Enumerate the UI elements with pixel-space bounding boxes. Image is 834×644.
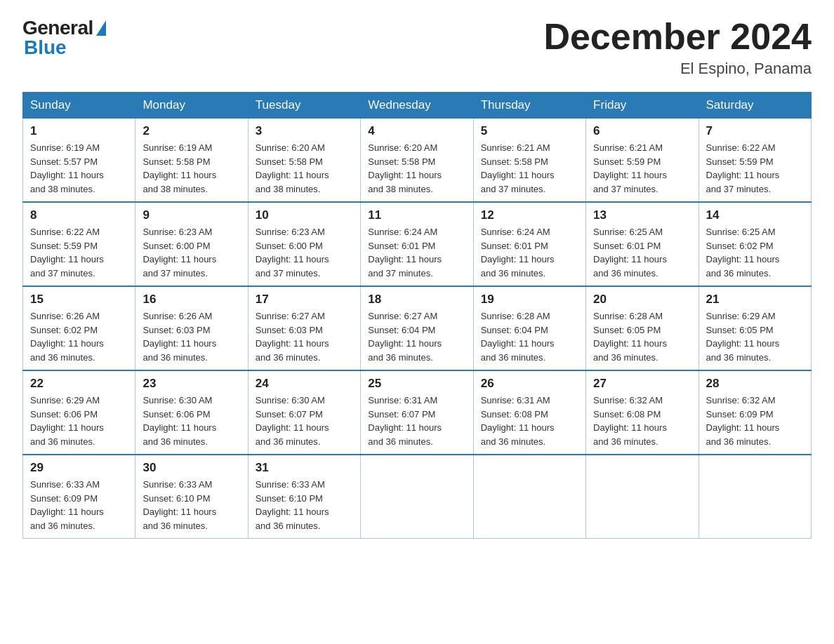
- day-info: Sunrise: 6:22 AMSunset: 5:59 PMDaylight:…: [30, 225, 128, 280]
- calendar-cell: 9Sunrise: 6:23 AMSunset: 6:00 PMDaylight…: [135, 202, 248, 286]
- calendar-cell: 31Sunrise: 6:33 AMSunset: 6:10 PMDayligh…: [248, 455, 360, 539]
- calendar-cell: 25Sunrise: 6:31 AMSunset: 6:07 PMDayligh…: [361, 370, 473, 455]
- day-number: 5: [481, 124, 578, 138]
- calendar-cell: 28Sunrise: 6:32 AMSunset: 6:09 PMDayligh…: [699, 370, 811, 455]
- day-info: Sunrise: 6:21 AMSunset: 5:58 PMDaylight:…: [481, 141, 578, 196]
- day-info: Sunrise: 6:26 AMSunset: 6:02 PMDaylight:…: [30, 309, 128, 364]
- day-info: Sunrise: 6:29 AMSunset: 6:05 PMDaylight:…: [706, 309, 804, 364]
- calendar-cell: [473, 455, 585, 539]
- calendar-cell: 23Sunrise: 6:30 AMSunset: 6:06 PMDayligh…: [135, 370, 248, 455]
- day-number: 16: [143, 293, 240, 307]
- day-number: 3: [256, 124, 353, 138]
- day-info: Sunrise: 6:20 AMSunset: 5:58 PMDaylight:…: [368, 141, 465, 196]
- day-info: Sunrise: 6:33 AMSunset: 6:10 PMDaylight:…: [256, 478, 353, 532]
- day-number: 27: [593, 377, 691, 391]
- calendar-cell: 13Sunrise: 6:25 AMSunset: 6:01 PMDayligh…: [586, 202, 699, 286]
- header-tuesday: Tuesday: [248, 93, 360, 119]
- calendar-week-3: 15Sunrise: 6:26 AMSunset: 6:02 PMDayligh…: [23, 286, 812, 370]
- calendar-cell: 30Sunrise: 6:33 AMSunset: 6:10 PMDayligh…: [135, 455, 248, 539]
- day-number: 6: [593, 124, 691, 138]
- day-number: 8: [30, 208, 128, 222]
- day-info: Sunrise: 6:23 AMSunset: 6:00 PMDaylight:…: [256, 225, 353, 280]
- day-number: 13: [593, 208, 691, 222]
- title-section: December 2024 El Espino, Panama: [543, 17, 812, 78]
- day-number: 28: [706, 377, 804, 391]
- day-info: Sunrise: 6:28 AMSunset: 6:05 PMDaylight:…: [593, 309, 691, 364]
- day-info: Sunrise: 6:25 AMSunset: 6:01 PMDaylight:…: [593, 225, 691, 280]
- day-info: Sunrise: 6:26 AMSunset: 6:03 PMDaylight:…: [143, 309, 240, 364]
- calendar-header-row: Sunday Monday Tuesday Wednesday Thursday…: [23, 93, 812, 119]
- day-number: 20: [593, 293, 691, 307]
- day-info: Sunrise: 6:19 AMSunset: 5:58 PMDaylight:…: [143, 141, 240, 196]
- day-number: 22: [30, 377, 128, 391]
- day-number: 10: [256, 208, 353, 222]
- day-info: Sunrise: 6:19 AMSunset: 5:57 PMDaylight:…: [30, 141, 128, 196]
- calendar-cell: 10Sunrise: 6:23 AMSunset: 6:00 PMDayligh…: [248, 202, 360, 286]
- day-number: 25: [368, 377, 465, 391]
- day-info: Sunrise: 6:27 AMSunset: 6:03 PMDaylight:…: [256, 309, 353, 364]
- header-saturday: Saturday: [699, 93, 811, 119]
- day-info: Sunrise: 6:24 AMSunset: 6:01 PMDaylight:…: [481, 225, 578, 280]
- day-info: Sunrise: 6:30 AMSunset: 6:06 PMDaylight:…: [143, 394, 240, 448]
- calendar-cell: 18Sunrise: 6:27 AMSunset: 6:04 PMDayligh…: [361, 286, 473, 370]
- calendar-cell: 20Sunrise: 6:28 AMSunset: 6:05 PMDayligh…: [586, 286, 699, 370]
- day-info: Sunrise: 6:33 AMSunset: 6:10 PMDaylight:…: [143, 478, 240, 532]
- day-info: Sunrise: 6:23 AMSunset: 6:00 PMDaylight:…: [143, 225, 240, 280]
- day-number: 7: [706, 124, 804, 138]
- day-number: 15: [30, 293, 128, 307]
- day-info: Sunrise: 6:29 AMSunset: 6:06 PMDaylight:…: [30, 394, 128, 448]
- calendar-cell: 16Sunrise: 6:26 AMSunset: 6:03 PMDayligh…: [135, 286, 248, 370]
- header-wednesday: Wednesday: [361, 93, 473, 119]
- calendar-cell: 11Sunrise: 6:24 AMSunset: 6:01 PMDayligh…: [361, 202, 473, 286]
- calendar-week-1: 1Sunrise: 6:19 AMSunset: 5:57 PMDaylight…: [23, 119, 812, 203]
- header-thursday: Thursday: [473, 93, 585, 119]
- day-info: Sunrise: 6:30 AMSunset: 6:07 PMDaylight:…: [256, 394, 353, 448]
- header-sunday: Sunday: [23, 93, 135, 119]
- day-info: Sunrise: 6:31 AMSunset: 6:08 PMDaylight:…: [481, 394, 578, 448]
- day-number: 11: [368, 208, 465, 222]
- day-number: 1: [30, 124, 128, 138]
- calendar-cell: [699, 455, 811, 539]
- calendar-week-5: 29Sunrise: 6:33 AMSunset: 6:09 PMDayligh…: [23, 455, 812, 539]
- calendar-cell: 24Sunrise: 6:30 AMSunset: 6:07 PMDayligh…: [248, 370, 360, 455]
- month-title: December 2024: [543, 17, 812, 57]
- day-number: 14: [706, 208, 804, 222]
- logo-blue-text: Blue: [22, 36, 67, 59]
- day-info: Sunrise: 6:32 AMSunset: 6:09 PMDaylight:…: [706, 394, 804, 448]
- calendar-week-2: 8Sunrise: 6:22 AMSunset: 5:59 PMDaylight…: [23, 202, 812, 286]
- day-info: Sunrise: 6:21 AMSunset: 5:59 PMDaylight:…: [593, 141, 691, 196]
- calendar-cell: 17Sunrise: 6:27 AMSunset: 6:03 PMDayligh…: [248, 286, 360, 370]
- calendar-cell: 19Sunrise: 6:28 AMSunset: 6:04 PMDayligh…: [473, 286, 585, 370]
- day-number: 2: [143, 124, 240, 138]
- day-number: 4: [368, 124, 465, 138]
- calendar-cell: 3Sunrise: 6:20 AMSunset: 5:58 PMDaylight…: [248, 119, 360, 203]
- day-number: 17: [256, 293, 353, 307]
- day-number: 31: [256, 461, 353, 475]
- day-number: 9: [143, 208, 240, 222]
- calendar-cell: 1Sunrise: 6:19 AMSunset: 5:57 PMDaylight…: [23, 119, 135, 203]
- calendar-cell: 6Sunrise: 6:21 AMSunset: 5:59 PMDaylight…: [586, 119, 699, 203]
- day-info: Sunrise: 6:27 AMSunset: 6:04 PMDaylight:…: [368, 309, 465, 364]
- calendar-cell: 8Sunrise: 6:22 AMSunset: 5:59 PMDaylight…: [23, 202, 135, 286]
- calendar-cell: 27Sunrise: 6:32 AMSunset: 6:08 PMDayligh…: [586, 370, 699, 455]
- header-friday: Friday: [586, 93, 699, 119]
- logo-triangle-icon: [96, 20, 106, 36]
- calendar-week-4: 22Sunrise: 6:29 AMSunset: 6:06 PMDayligh…: [23, 370, 812, 455]
- day-number: 30: [143, 461, 240, 475]
- day-info: Sunrise: 6:28 AMSunset: 6:04 PMDaylight:…: [481, 309, 578, 364]
- page-header: General Blue December 2024 El Espino, Pa…: [22, 17, 812, 78]
- calendar-table: Sunday Monday Tuesday Wednesday Thursday…: [22, 92, 812, 539]
- day-info: Sunrise: 6:25 AMSunset: 6:02 PMDaylight:…: [706, 225, 804, 280]
- day-info: Sunrise: 6:24 AMSunset: 6:01 PMDaylight:…: [368, 225, 465, 280]
- day-number: 21: [706, 293, 804, 307]
- day-info: Sunrise: 6:22 AMSunset: 5:59 PMDaylight:…: [706, 141, 804, 196]
- day-number: 19: [481, 293, 578, 307]
- calendar-cell: [586, 455, 699, 539]
- calendar-cell: 12Sunrise: 6:24 AMSunset: 6:01 PMDayligh…: [473, 202, 585, 286]
- calendar-cell: 5Sunrise: 6:21 AMSunset: 5:58 PMDaylight…: [473, 119, 585, 203]
- day-info: Sunrise: 6:32 AMSunset: 6:08 PMDaylight:…: [593, 394, 691, 448]
- calendar-cell: 29Sunrise: 6:33 AMSunset: 6:09 PMDayligh…: [23, 455, 135, 539]
- calendar-cell: 4Sunrise: 6:20 AMSunset: 5:58 PMDaylight…: [361, 119, 473, 203]
- calendar-cell: [361, 455, 473, 539]
- day-info: Sunrise: 6:33 AMSunset: 6:09 PMDaylight:…: [30, 478, 128, 532]
